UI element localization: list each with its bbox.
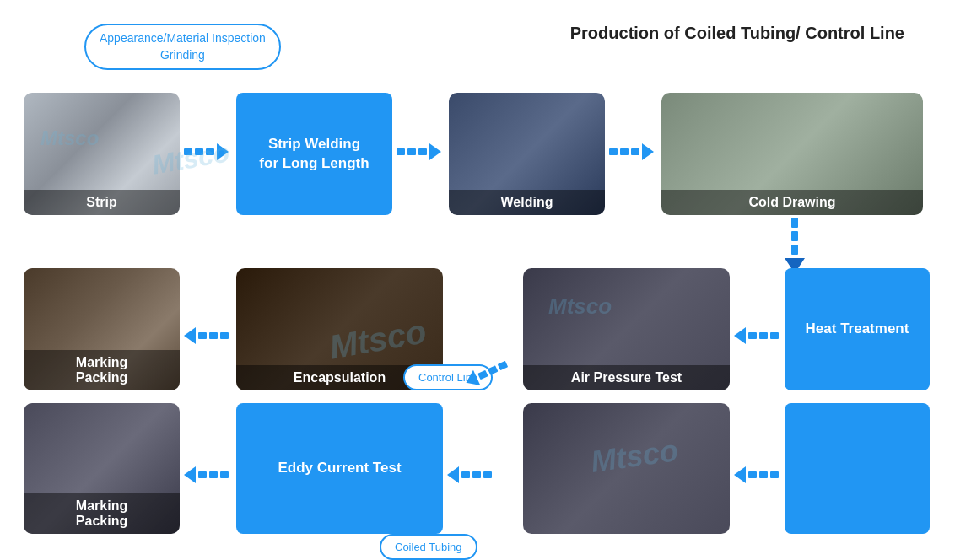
marking-packing-1-step: MarkingPacking xyxy=(24,268,180,390)
heat-treatment-2-step xyxy=(785,403,930,534)
strip-welding-step: Strip Weldingfor Long Length xyxy=(236,93,392,215)
arrow-ec-to-mp2 xyxy=(184,466,233,483)
arrow-ht-to-ap xyxy=(734,327,783,344)
inspection-label: Appearance/Material InspectionGrinding xyxy=(84,24,281,70)
cold-drawing-step: Cold Drawing xyxy=(661,93,923,215)
arrow-enc-to-mp1 xyxy=(184,327,233,344)
arrow-sw-to-welding xyxy=(397,143,445,160)
air-pressure-step: Mtsco Air Pressure Test xyxy=(523,268,730,390)
welding-label: Welding xyxy=(449,190,605,215)
arrow-strip-to-welding xyxy=(184,143,233,160)
marking-packing-1-label: MarkingPacking xyxy=(24,350,180,390)
air-pressure-label: Air Pressure Test xyxy=(523,365,730,390)
arrow-cd-down xyxy=(769,218,820,273)
heat-treatment-step: Heat Treatment xyxy=(785,268,930,390)
strip-label: Strip xyxy=(24,190,180,215)
page-title: Production of Coiled Tubing/ Control Lin… xyxy=(570,24,904,43)
cold-drawing-label: Cold Drawing xyxy=(661,190,923,215)
marking-packing-2-step: MarkingPacking xyxy=(24,403,180,534)
air-pressure-2-step xyxy=(523,403,730,534)
arrow-w-to-cd xyxy=(609,143,658,160)
marking-packing-2-label: MarkingPacking xyxy=(24,493,180,534)
coiled-tubing-label: Coiled Tubing xyxy=(380,534,478,560)
strip-step: Mtsco Strip xyxy=(24,93,180,215)
eddy-current-step: Eddy Current Test xyxy=(236,403,443,534)
arrow-ht-to-ap2 xyxy=(734,466,783,483)
arrow-ap-to-ec xyxy=(447,466,521,483)
welding-step: Welding xyxy=(449,93,605,215)
